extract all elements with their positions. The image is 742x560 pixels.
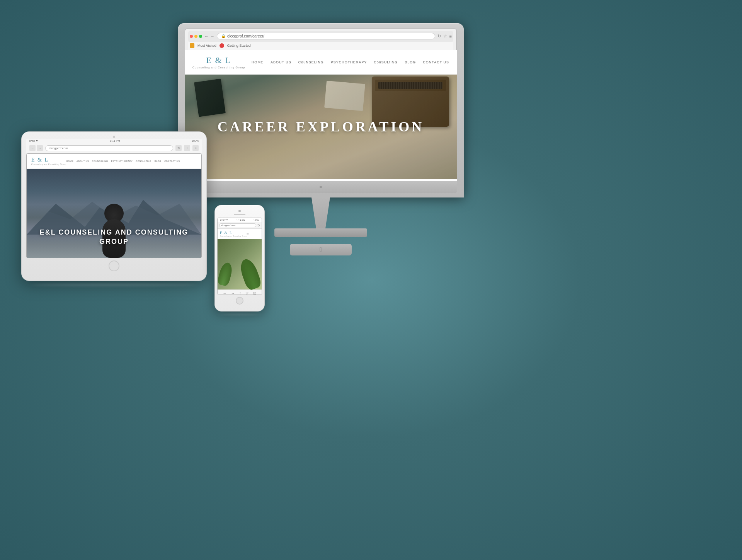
hero-content: CAREER EXPLORATION: [218, 119, 424, 135]
imac-camera: [320, 186, 322, 188]
ipad-bookmark-btn[interactable]: ☆: [192, 145, 199, 151]
nav-link-consulting[interactable]: ConSULtiNG: [374, 60, 398, 64]
ipad-nav-links: HOME ABOUT US COUNSELING PSYCHOTHERAPY C…: [66, 160, 180, 162]
iphone-bookmarks-btn[interactable]: ☆: [245, 291, 249, 295]
ipad-hero-title: E&L COUNSELING AND CONSULTING GROUP: [27, 228, 201, 246]
iphone-browser-bar: elccgprof.com ↻: [218, 222, 262, 229]
iphone-bezel: AT&T ☰ 1:13 PM 100% elccgprof.com ↻ E & …: [214, 205, 265, 311]
ipad-logo-subtitle: Counseling and Consulting Group: [31, 163, 66, 165]
ipad-screen: E & L Counseling and Consulting Group HO…: [26, 153, 202, 258]
iphone-hero: ABOUT US: [218, 239, 262, 289]
iphone-browser-bottom: ← → ↑ ☆ ⊡: [218, 289, 262, 295]
nav-link-blog[interactable]: BLOG: [405, 60, 416, 64]
iphone-status-left: AT&T ☰: [220, 219, 228, 221]
iphone-speaker: [234, 214, 245, 215]
ipad-device: iPad ▼ 1:11 PM 100% ← → elccgprof.com ↻ …: [21, 131, 207, 289]
lock-icon: 🔒: [221, 34, 226, 38]
nav-link-about[interactable]: ABOUT US: [271, 60, 291, 64]
ipad-nav-buttons: ← →: [29, 145, 43, 151]
browser-toolbar: ← → 🔒 elccgprof.com/career/ ↻ ☆ ≡: [188, 31, 453, 42]
iphone-logo: E & L Counseling and Consulting Group: [220, 231, 247, 237]
iphone-device: AT&T ☰ 1:13 PM 100% elccgprof.com ↻ E & …: [214, 205, 265, 317]
apple-logo-icon: : [320, 246, 322, 253]
most-visited-label[interactable]: Most Visited: [197, 44, 216, 48]
ipad-share-btn[interactable]: ↑: [184, 145, 190, 151]
ipad-nav-consulting[interactable]: CONSULTING: [136, 160, 151, 162]
website-logo: E & L Counseling and Consulting Group: [192, 55, 245, 69]
iphone-address-bar[interactable]: elccgprof.com: [219, 223, 256, 227]
forward-icon[interactable]: →: [210, 34, 214, 39]
ipad-logo-text: E & L: [31, 157, 66, 163]
iphone-forward-btn[interactable]: →: [231, 291, 235, 295]
back-icon[interactable]: ←: [204, 34, 209, 39]
iphone-logo-subtitle: Counseling and Consulting Group: [220, 235, 247, 237]
mac-mini: : [290, 244, 352, 255]
ipad-address-bar[interactable]: elccgprof.com: [45, 145, 173, 151]
website-hero: CAREER EXPLORATION: [185, 75, 457, 179]
nav-link-psychotherapy[interactable]: PSYCHOTHERAPY: [331, 60, 367, 64]
iphone-tabs-btn[interactable]: ⊡: [253, 291, 256, 295]
nav-link-contact[interactable]: CONTACT US: [423, 60, 449, 64]
iphone-back-btn[interactable]: ←: [223, 291, 227, 295]
iphone-status-right: 100%: [254, 219, 259, 221]
ipad-reload-btn[interactable]: ↻: [175, 145, 182, 151]
browser-maximize-dot[interactable]: [199, 35, 202, 38]
ipad-status-right: 100%: [192, 140, 199, 142]
iphone-screen: AT&T ☰ 1:13 PM 100% elccgprof.com ↻ E & …: [217, 218, 262, 295]
browser-traffic-lights: [190, 35, 202, 38]
ipad-url: elccgprof.com: [49, 146, 68, 150]
logo-subtitle: Counseling and Consulting Group: [192, 66, 245, 69]
ipad-forward-btn[interactable]: →: [37, 145, 43, 151]
ipad-status-bar: iPad ▼ 1:11 PM 100%: [26, 139, 202, 143]
getting-started-favicon: [220, 43, 224, 48]
iphone-status-time: 1:13 PM: [237, 219, 245, 221]
iphone-logo-text: E & L: [220, 231, 247, 235]
imac-browser-chrome: ← → 🔒 elccgprof.com/career/ ↻ ☆ ≡ Most V…: [185, 29, 457, 50]
ipad-nav-counseling[interactable]: COUNSELING: [92, 160, 108, 162]
ipad-status-left: iPad ▼: [29, 140, 38, 142]
hero-title: CAREER EXPLORATION: [218, 119, 424, 135]
website-nav-links: HOME ABOUT US CouNSELING PSYCHOTHERAPY C…: [252, 60, 449, 64]
ipad-logo: E & L Counseling and Consulting Group: [31, 157, 66, 165]
ipad-website-nav: E & L Counseling and Consulting Group HO…: [27, 154, 201, 169]
browser-minimize-dot[interactable]: [194, 35, 197, 38]
browser-nav-icons: ← →: [204, 34, 214, 39]
imac-stand-base: [274, 228, 367, 237]
menu-icon[interactable]: ≡: [449, 34, 452, 39]
ipad-hero: E&L COUNSELING AND CONSULTING GROUP: [27, 169, 201, 258]
nav-link-home[interactable]: HOME: [252, 60, 264, 64]
ipad-status-time: 1:11 PM: [110, 140, 120, 142]
browser-url: elccgprof.com/career/: [227, 34, 264, 38]
iphone-share-btn[interactable]: ↑: [239, 291, 241, 295]
iphone-website-nav: E & L Counseling and Consulting Group ≡: [218, 229, 262, 239]
bookmark-icon[interactable]: ☆: [443, 34, 447, 39]
most-visited-favicon: [190, 43, 194, 48]
ipad-bezel: iPad ▼ 1:11 PM 100% ← → elccgprof.com ↻ …: [21, 131, 207, 281]
ipad-camera: [113, 136, 115, 138]
ipad-nav-psychotherapy[interactable]: PSYCHOTHERAPY: [111, 160, 133, 162]
ipad-nav-home[interactable]: HOME: [66, 160, 74, 162]
iphone-camera: [238, 210, 241, 212]
imac-screen-bezel: ← → 🔒 elccgprof.com/career/ ↻ ☆ ≡ Most V…: [178, 23, 464, 197]
browser-address-bar[interactable]: 🔒 elccgprof.com/career/: [217, 33, 435, 39]
browser-close-dot[interactable]: [190, 35, 193, 38]
imac-chin: [185, 181, 457, 193]
ipad-nav-blog[interactable]: BLOG: [155, 160, 161, 162]
ipad-nav-about[interactable]: ABOUT US: [77, 160, 89, 162]
hamburger-menu-icon[interactable]: ≡: [247, 232, 249, 236]
nav-link-counseling[interactable]: CouNSELING: [298, 60, 324, 64]
website-nav: E & L Counseling and Consulting Group HO…: [185, 50, 457, 75]
ipad-back-btn[interactable]: ←: [29, 145, 36, 151]
getting-started-label[interactable]: Getting Started: [227, 44, 251, 48]
iphone-url: elccgprof.com: [221, 224, 235, 226]
browser-bookmarks-bar: Most Visited Getting Started: [188, 42, 453, 50]
logo-text: E & L: [206, 55, 231, 65]
ipad-home-button[interactable]: [109, 260, 119, 271]
iphone-reload-btn[interactable]: ↻: [257, 224, 260, 227]
iphone-status-bar: AT&T ☰ 1:13 PM 100%: [218, 218, 262, 222]
imac-stand-neck: [298, 197, 344, 228]
ipad-nav-contact[interactable]: CONTACT US: [164, 160, 180, 162]
imac-website-content: E & L Counseling and Consulting Group HO…: [185, 50, 457, 181]
refresh-icon[interactable]: ↻: [437, 34, 441, 39]
iphone-home-button[interactable]: [236, 297, 243, 305]
